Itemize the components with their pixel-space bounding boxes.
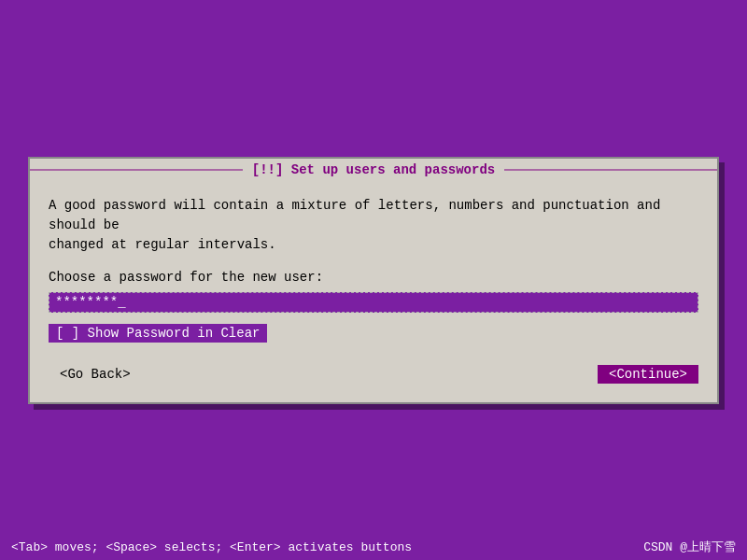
description-line2: changed at regular intervals. xyxy=(49,237,276,252)
dialog: [!!] Set up users and passwords A good p… xyxy=(28,157,719,404)
status-bar: <Tab> moves; <Space> selects; <Enter> ac… xyxy=(0,534,747,560)
password-input-row xyxy=(49,292,698,313)
go-back-button[interactable]: <Go Back> xyxy=(49,365,142,384)
watermark: CSDN @上晴下雪 xyxy=(643,539,736,555)
title-bar: [!!] Set up users and passwords xyxy=(30,159,717,181)
status-text: <Tab> moves; <Space> selects; <Enter> ac… xyxy=(11,540,412,554)
show-password-button[interactable]: [ ] Show Password in Clear xyxy=(49,324,267,343)
dialog-title: [!!] Set up users and passwords xyxy=(243,162,504,177)
description: A good password will contain a mixture o… xyxy=(49,196,698,255)
password-input[interactable] xyxy=(49,292,698,313)
prompt-text: Choose a password for the new user: xyxy=(49,270,698,285)
buttons-row: <Go Back> <Continue> xyxy=(49,365,698,384)
dialog-body: A good password will contain a mixture o… xyxy=(30,181,717,402)
continue-button[interactable]: <Continue> xyxy=(598,365,698,384)
description-line1: A good password will contain a mixture o… xyxy=(49,198,660,232)
